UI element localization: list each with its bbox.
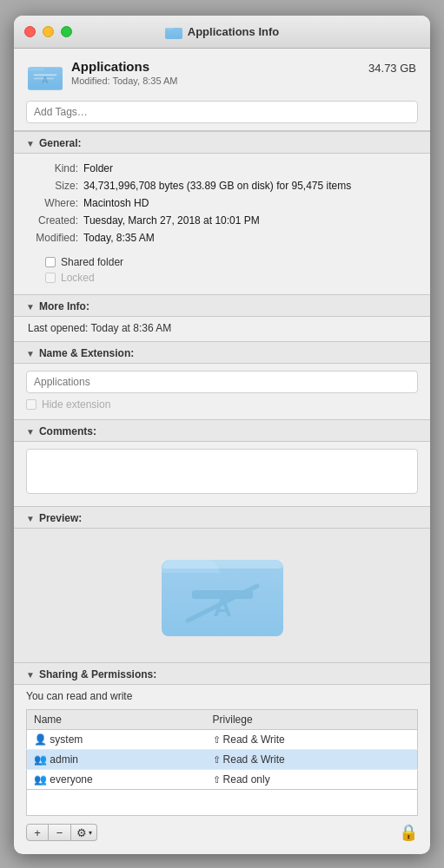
info-row-size: Size: 34,731,996,708 bytes (33.89 GB on … [28, 178, 416, 194]
created-label: Created: [28, 213, 78, 228]
modified-value: Today, 8:35 AM [83, 230, 416, 246]
everyone-privilege-value: Read only [223, 773, 270, 786]
file-header: A Applications Modified: Today, 8:35 AM … [14, 49, 430, 101]
permissions-table: Name Privilege 👤 system ⇧ Read & Write [26, 709, 418, 790]
info-row-kind: Kind: Folder [28, 161, 416, 176]
table-bottom-space [26, 790, 418, 816]
admin-user-name: admin [50, 753, 78, 766]
table-row[interactable]: 👥 everyone ⇧ Read only [27, 770, 418, 790]
more-info-section-title: More Info: [39, 300, 89, 312]
table-row[interactable]: 👤 system ⇧ Read & Write [27, 730, 418, 750]
preview-section-title: Preview: [39, 512, 82, 524]
file-size: 34.73 GB [368, 62, 416, 75]
add-icon: + [34, 826, 41, 839]
name-input[interactable] [26, 371, 418, 393]
kind-label: Kind: [28, 161, 78, 176]
size-label: Size: [28, 178, 78, 194]
more-info-section-header[interactable]: ▼ More Info: [14, 294, 430, 317]
permissions-toolbar: + − ⚙ ▾ 🔒 [14, 816, 430, 854]
sharing-body: You can read and write Name Privilege 👤 … [14, 685, 430, 816]
everyone-privilege-arrow: ⇧ [213, 774, 223, 785]
table-row[interactable]: 👥 admin ⇧ Read & Write [27, 750, 418, 770]
preview-section-header[interactable]: ▼ Preview: [14, 506, 430, 529]
comments-section-header[interactable]: ▼ Comments: [14, 419, 430, 442]
admin-privilege-value: Read & Write [223, 753, 285, 766]
file-header-text: Applications Modified: Today, 8:35 AM [71, 59, 178, 86]
shared-folder-checkbox[interactable] [45, 257, 56, 267]
sharing-triangle-icon: ▼ [26, 670, 35, 680]
locked-row: Locked [45, 272, 416, 284]
permissions-header-row: Name Privilege [27, 710, 418, 730]
system-privilege-arrow: ⇧ [213, 734, 223, 745]
info-row-where: Where: Macintosh HD [28, 195, 416, 211]
titlebar-title: Applications Info [188, 25, 279, 38]
everyone-user-name: everyone [50, 773, 92, 786]
tags-row [14, 101, 430, 130]
maximize-button[interactable] [61, 26, 72, 37]
last-opened-value: Today at 8:36 AM [91, 322, 172, 334]
file-header-left: A Applications Modified: Today, 8:35 AM [28, 59, 178, 92]
locked-checkbox [45, 273, 56, 283]
comments-body [14, 442, 430, 506]
shared-folder-row[interactable]: Shared folder [45, 256, 416, 268]
modified-label: Modified: [28, 230, 78, 246]
general-section-header[interactable]: ▼ General: [14, 131, 430, 154]
col-privilege-header: Privilege [206, 710, 418, 730]
general-section-body: Kind: Folder Size: 34,731,996,708 bytes … [14, 154, 430, 294]
admin-privilege-arrow: ⇧ [213, 754, 223, 765]
where-label: Where: [28, 195, 78, 211]
chevron-down-icon: ▾ [89, 829, 92, 837]
gear-menu-button[interactable]: ⚙ ▾ [71, 824, 97, 841]
more-info-triangle-icon: ▼ [26, 302, 35, 312]
everyone-name-cell: 👥 everyone [27, 770, 206, 790]
remove-permission-button[interactable]: − [49, 824, 71, 841]
system-privilege-value: Read & Write [223, 733, 285, 746]
hide-ext-label: Hide extension [42, 398, 110, 411]
comments-triangle-icon: ▼ [26, 427, 35, 437]
system-name-cell: 👤 system [27, 730, 206, 750]
name-ext-section-header[interactable]: ▼ Name & Extension: [14, 341, 430, 364]
admin-user-icon: 👥 [34, 753, 47, 766]
system-user-icon: 👤 [34, 733, 47, 746]
svg-rect-9 [162, 560, 283, 569]
admin-privilege-cell: ⇧ Read & Write [206, 750, 418, 770]
general-section-title: General: [39, 137, 82, 149]
everyone-privilege-cell: ⇧ Read only [206, 770, 418, 790]
comments-textarea[interactable] [26, 449, 418, 494]
last-opened-row: Last opened: Today at 8:36 AM [14, 317, 430, 341]
minimize-button[interactable] [43, 26, 54, 37]
hide-ext-row: Hide extension [26, 398, 418, 411]
tags-input[interactable] [26, 101, 418, 123]
admin-name-cell: 👥 admin [27, 750, 206, 770]
created-value: Tuesday, March 27, 2018 at 10:01 PM [83, 213, 416, 228]
titlebar-folder-icon [165, 23, 182, 41]
folder-preview-icon: A [162, 542, 283, 647]
can-read-write: You can read and write [26, 690, 418, 702]
window: Applications Info A Applications Modifie… [14, 16, 430, 854]
preview-triangle-icon: ▼ [26, 514, 35, 523]
last-opened-label: Last opened: [28, 322, 88, 334]
file-modified: Modified: Today, 8:35 AM [71, 76, 178, 86]
lock-icon[interactable]: 🔒 [399, 823, 418, 842]
everyone-user-icon: 👥 [34, 773, 47, 786]
folder-icon-large: A [28, 61, 63, 92]
locked-label: Locked [61, 272, 95, 284]
titlebar: Applications Info [14, 16, 430, 49]
system-user-name: system [50, 733, 83, 746]
name-ext-triangle-icon: ▼ [26, 349, 35, 358]
minus-icon: − [56, 826, 63, 839]
col-name-header: Name [27, 710, 206, 730]
shared-folder-label: Shared folder [61, 256, 123, 268]
close-button[interactable] [24, 26, 36, 37]
gear-icon: ⚙ [76, 826, 87, 839]
name-ext-body: Hide extension [14, 364, 430, 419]
comments-section-title: Comments: [39, 425, 96, 437]
sharing-section-title: Sharing & Permissions: [39, 668, 156, 681]
hide-ext-checkbox [26, 399, 36, 410]
sharing-section-header[interactable]: ▼ Sharing & Permissions: [14, 662, 430, 685]
add-permission-button[interactable]: + [26, 824, 49, 841]
name-ext-section-title: Name & Extension: [39, 347, 134, 359]
traffic-lights [24, 26, 72, 37]
info-row-created: Created: Tuesday, March 27, 2018 at 10:0… [28, 213, 416, 228]
info-row-modified: Modified: Today, 8:35 AM [28, 230, 416, 246]
